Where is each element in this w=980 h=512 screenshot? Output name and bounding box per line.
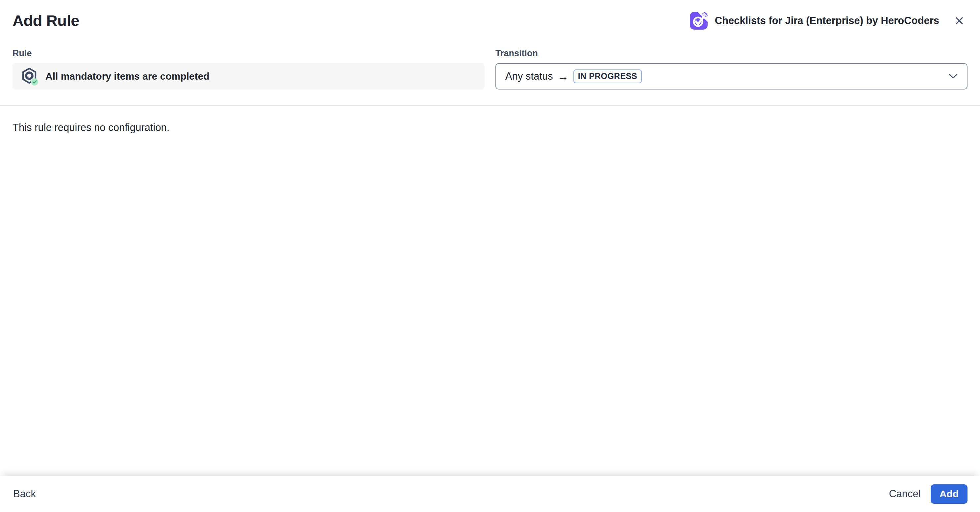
- add-button[interactable]: Add: [931, 484, 967, 504]
- app-branding: ENT Checklists for Jira (Enterprise) by …: [690, 12, 967, 30]
- dialog-footer: Back Cancel Add: [0, 476, 980, 512]
- mandatory-rule-icon: [20, 67, 39, 86]
- transition-column: Transition Any status → IN PROGRESS: [495, 48, 967, 89]
- chevron-down-icon: [949, 74, 958, 79]
- no-config-message: This rule requires no configuration.: [0, 106, 980, 134]
- cancel-button[interactable]: Cancel: [888, 485, 921, 503]
- rule-label: Rule: [13, 48, 485, 59]
- close-icon: [954, 15, 965, 26]
- footer-actions: Cancel Add: [888, 484, 967, 504]
- app-logo-icon: ENT: [690, 12, 708, 30]
- from-status-text: Any status: [505, 70, 553, 82]
- rule-transition-row: Rule All mandatory items are completed T…: [0, 48, 980, 89]
- page-title: Add Rule: [13, 12, 79, 30]
- status-lozenge: IN PROGRESS: [573, 70, 642, 83]
- transition-arrow-icon: →: [558, 70, 569, 83]
- app-name: Checklists for Jira (Enterprise) by Hero…: [715, 15, 939, 27]
- dialog-header: Add Rule ENT Checklists for Jira (Enterp…: [0, 0, 980, 30]
- rule-column: Rule All mandatory items are completed: [13, 48, 485, 89]
- close-button[interactable]: [951, 13, 967, 29]
- transition-value: Any status → IN PROGRESS: [505, 70, 642, 83]
- transition-select[interactable]: Any status → IN PROGRESS: [495, 63, 967, 89]
- selected-rule-item[interactable]: All mandatory items are completed: [13, 63, 485, 89]
- back-button[interactable]: Back: [13, 485, 37, 503]
- add-rule-dialog: Add Rule ENT Checklists for Jira (Enterp…: [0, 0, 980, 512]
- transition-label: Transition: [495, 48, 967, 59]
- rule-item-label: All mandatory items are completed: [45, 71, 210, 82]
